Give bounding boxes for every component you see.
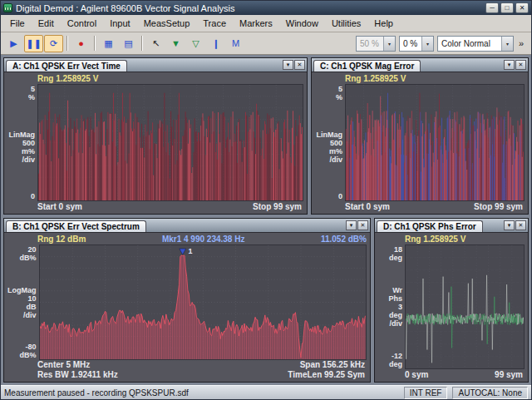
toolbar-separator	[141, 36, 143, 51]
zoom-combo-value: 50 %	[360, 39, 379, 48]
y-unit-label: deg	[389, 254, 402, 262]
panel-a-dropdown-icon[interactable]: ▾	[283, 60, 293, 70]
panel-b-dropdown-icon[interactable]: ▾	[346, 220, 357, 230]
status-message: Measurement paused - recording QPSKSPUR.…	[4, 388, 399, 398]
per-div-unit: dB	[27, 303, 37, 311]
menu-markers[interactable]: Markers	[233, 17, 279, 30]
y-min-unit-label: dB%	[20, 351, 37, 359]
y-unit-label: dB%	[20, 254, 37, 262]
y-unit-label: %	[336, 93, 342, 101]
panel-d-range-readout: Rng 1.258925 V	[405, 235, 466, 244]
restart-button[interactable]: ⟳	[44, 35, 63, 52]
menu-file[interactable]: File	[3, 17, 32, 30]
app-icon	[3, 3, 12, 12]
per-div-value: 3	[398, 303, 402, 311]
panel-d-header[interactable]: D: Ch1 QPSK Phs Error ▾ ✕	[375, 219, 528, 233]
pointer-tool-button[interactable]: ↖	[146, 35, 165, 52]
peak-marker-button[interactable]: ▼	[166, 35, 185, 52]
menu-bar: File Edit Control Input MeasSetup Trace …	[1, 15, 531, 32]
panel-b-buttons: ▾ ✕	[346, 220, 368, 231]
panel-mag-error: C: Ch1 QPSK Mag Error ▾ ✕ Rng 1.258925 V…	[311, 57, 529, 215]
minimize-button[interactable]: ─	[485, 2, 499, 13]
zoom-combo[interactable]: 50 % ▾	[356, 36, 396, 52]
panel-d-x-start-label: 0 sym	[405, 370, 428, 379]
per-div-value: 500	[22, 139, 35, 147]
titlebar[interactable]: Digital Demod : Agilent 89600B Vector Si…	[1, 1, 531, 15]
pause-button[interactable]: ❚❚	[24, 35, 43, 52]
maximize-button[interactable]: □	[500, 2, 514, 13]
y-max-label: 5	[31, 85, 35, 93]
close-button[interactable]: ✕	[515, 2, 529, 13]
panel-a-y-axis: 5% LinMag500m%/div 0	[7, 84, 37, 201]
offset-marker-button[interactable]: M	[226, 35, 245, 52]
y-min-label: 0	[338, 192, 342, 200]
record-button[interactable]: ●	[71, 35, 91, 52]
scale-type-label: LinMag	[9, 131, 36, 139]
panel-b-span-label: Span 156.25 kHz	[300, 360, 365, 370]
panel-d-plot[interactable]	[405, 244, 525, 369]
panel-b-tab[interactable]: B: Ch1 QPSK Err Vect Spectrum	[6, 220, 146, 232]
delta-marker-button[interactable]: ▽	[186, 35, 205, 52]
panel-c-y-axis: 5% LinMag500m%/div 0	[315, 84, 345, 201]
y-min-unit-label: deg	[389, 360, 402, 368]
scale-type-label: Wr Phs	[378, 286, 402, 303]
panel-a-plot[interactable]	[37, 84, 303, 201]
panel-d-close-icon[interactable]: ✕	[515, 220, 526, 230]
color-combo-value: Color Normal	[441, 39, 490, 48]
panel-a-close-icon[interactable]: ✕	[294, 60, 305, 70]
per-div-label: /div	[22, 156, 35, 164]
menu-trace[interactable]: Trace	[196, 17, 233, 30]
menu-edit[interactable]: Edit	[32, 17, 61, 30]
panel-c-dropdown-icon[interactable]: ▾	[504, 60, 515, 70]
play-button[interactable]: ▶	[4, 35, 23, 52]
panel-b-plot[interactable]: 1	[39, 244, 367, 360]
offset-combo-value: 0 %	[403, 39, 417, 48]
panel-b-marker-level: 11.052 dB%	[321, 235, 367, 244]
panel-c-close-icon[interactable]: ✕	[515, 60, 526, 70]
panel-c-x-start-label: Start 0 sym	[345, 202, 390, 211]
color-combo[interactable]: Color Normal ▾	[437, 36, 514, 52]
status-bar: Measurement paused - recording QPSKSPUR.…	[1, 385, 531, 399]
panel-d-y-axis: 18deg Wr Phs3deg/div -12deg	[378, 244, 405, 369]
menu-control[interactable]: Control	[61, 17, 103, 30]
menu-input[interactable]: Input	[103, 17, 136, 30]
toolbar-overflow-button[interactable]: »	[515, 35, 528, 52]
layout-button[interactable]: ▦	[99, 35, 118, 52]
trace-display-button[interactable]: ▤	[119, 35, 138, 52]
menu-help[interactable]: Help	[367, 17, 400, 30]
chevron-down-icon: ▾	[383, 37, 395, 51]
panel-c-body: Rng 1.258925 V 5% LinMag500m%/div 0 Star…	[312, 72, 528, 214]
panel-d-dropdown-icon[interactable]: ▾	[504, 220, 515, 230]
per-div-value: 10	[27, 294, 36, 303]
autocal-indicator: AUTOCAL: None	[452, 387, 528, 399]
panel-d-tab[interactable]: D: Ch1 QPSK Phs Error	[377, 220, 483, 232]
menu-meassetup[interactable]: MeasSetup	[137, 17, 197, 30]
svg-text:1: 1	[188, 248, 192, 256]
menu-window[interactable]: Window	[279, 17, 325, 30]
panel-a-body: Rng 1.258925 V 5% LinMag500m%/div 0 Star…	[4, 72, 307, 214]
panel-c-x-stop-label: Stop 99 sym	[474, 202, 523, 211]
panel-b-range-readout: Rng 12 dBm	[37, 235, 86, 244]
menu-utilities[interactable]: Utilities	[325, 17, 367, 30]
panel-b-y-axis: 20dB% LogMag10dB/div -80dB%	[7, 244, 39, 360]
band-marker-button[interactable]: ❙	[206, 35, 225, 52]
chevron-down-icon: ▾	[501, 37, 513, 51]
y-min-label: -12	[392, 352, 402, 360]
panel-d-buttons: ▾ ✕	[504, 220, 526, 231]
panel-a-x-stop-label: Stop 99 sym	[253, 202, 302, 211]
window-controls: ─ □ ✕	[485, 2, 529, 13]
panel-a-range-readout: Rng 1.258925 V	[37, 74, 98, 83]
panel-c-buttons: ▾ ✕	[504, 60, 526, 71]
panel-c-header[interactable]: C: Ch1 QPSK Mag Error ▾ ✕	[312, 58, 528, 72]
per-div-unit: m%	[329, 147, 342, 156]
offset-combo[interactable]: 0 % ▾	[399, 36, 434, 52]
int-ref-indicator: INT REF	[404, 387, 448, 399]
panel-b-header[interactable]: B: Ch1 QPSK Err Vect Spectrum ▾ ✕	[4, 219, 370, 233]
y-unit-label: %	[28, 93, 35, 101]
panel-b-close-icon[interactable]: ✕	[357, 220, 368, 230]
panel-a-tab[interactable]: A: Ch1 QPSK Err Vect Time	[6, 60, 127, 72]
panel-c-tab[interactable]: C: Ch1 QPSK Mag Error	[313, 60, 421, 72]
panel-c-plot[interactable]	[345, 84, 525, 201]
y-max-label: 5	[338, 85, 342, 93]
panel-a-header[interactable]: A: Ch1 QPSK Err Vect Time ▾ ✕	[4, 58, 307, 72]
